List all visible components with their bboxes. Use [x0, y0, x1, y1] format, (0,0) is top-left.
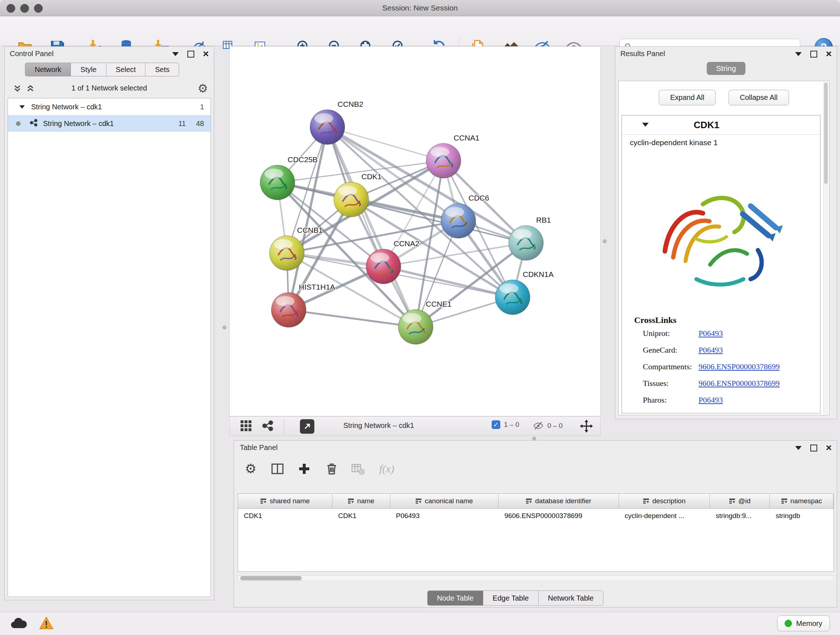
column-header-canonical-name[interactable]: canonical name	[390, 494, 499, 508]
network-node-label-CCNB2: CCNB2	[338, 100, 363, 108]
table-settings-gear-icon[interactable]: ⚙	[241, 459, 260, 478]
collection-expander-icon[interactable]	[19, 105, 25, 109]
network-node-HIST1H1A[interactable]: HIST1H1A	[271, 283, 335, 327]
memory-button[interactable]: Memory	[777, 616, 830, 631]
window-title: Session: New Session	[0, 0, 840, 16]
crosslink-label: Compartments:	[622, 362, 699, 371]
protein-name: CDK1	[622, 119, 791, 131]
delete-column-trash-icon[interactable]	[322, 459, 341, 478]
main-toolbar: ?	[0, 16, 840, 46]
network-row-selected[interactable]: String Network – cdk1 11 48	[8, 115, 210, 132]
tab-select[interactable]: Select	[106, 63, 146, 76]
protein-section: CDK1 cyclin-dependent kinase 1	[622, 115, 821, 413]
table-row[interactable]: CDK1CDK1P064939606.ENSP00000378699cyclin…	[238, 509, 834, 523]
table-cell: CDK1	[238, 509, 332, 523]
table-panel-close-icon[interactable]: ×	[824, 443, 833, 452]
control-panel-collapse-icon[interactable]	[171, 50, 180, 58]
network-canvas[interactable]: CCNB2CCNA1CDC25BCDK1CDC6RB1CCNB1CCNA2CDK…	[229, 46, 600, 416]
control-panel-float-icon[interactable]	[186, 50, 195, 58]
results-panel-float-icon[interactable]	[809, 50, 818, 58]
grid-view-icon[interactable]	[240, 420, 252, 433]
network-node-RB1[interactable]: RB1	[508, 216, 551, 260]
node-table: shared namenamecanonical namedatabase id…	[238, 494, 834, 572]
tab-network[interactable]: Network	[25, 63, 71, 76]
table-horizontal-scrollbar[interactable]	[238, 575, 834, 581]
crosslink-link[interactable]: P06493	[699, 345, 723, 355]
column-header-namespac[interactable]: namespac	[770, 494, 834, 508]
right-splitter-handle[interactable]	[603, 239, 607, 243]
collapse-all-button[interactable]: Collapse All	[729, 90, 789, 105]
collection-label: String Network – cdk1	[31, 103, 102, 111]
network-toolbar-separator	[284, 419, 284, 434]
results-scrollbar[interactable]	[823, 82, 829, 414]
network-node-CDK1[interactable]: CDK1	[334, 172, 382, 217]
add-column-icon[interactable]	[295, 459, 314, 478]
expand-all-button[interactable]: Expand All	[659, 90, 715, 105]
column-header-shared-name[interactable]: shared name	[238, 494, 332, 508]
crosslink-link[interactable]: 9606.ENSP00000378699	[699, 379, 780, 388]
network-node-CDKN1A[interactable]: CDKN1A	[495, 270, 554, 315]
results-panel-close-icon[interactable]: ×	[824, 50, 833, 58]
table-panel-float-icon[interactable]	[809, 443, 818, 452]
string-results-body: Expand All Collapse All CDK1 cyclin-depe…	[618, 81, 829, 415]
control-panel-tabs: NetworkStyleSelectSets	[25, 63, 179, 76]
column-header-database-identifier[interactable]: database identifier	[499, 494, 619, 508]
table-header-row: shared namenamecanonical namedatabase id…	[238, 494, 834, 509]
bottom-splitter-handle[interactable]	[532, 437, 536, 440]
table-panel: Table Panel × ⚙ f(x) shared namenamecano…	[234, 440, 837, 608]
table-cell: stringdb:9...	[710, 509, 770, 523]
network-node-label-CDC6: CDC6	[469, 194, 489, 202]
delete-table-icon	[348, 459, 367, 478]
open-in-new-window-icon[interactable]	[300, 419, 314, 434]
network-node-CDC25B[interactable]: CDC25B	[260, 155, 317, 200]
network-node-label-CCNE1: CCNE1	[426, 300, 452, 308]
crosslink-label: Pharos:	[622, 395, 699, 405]
tab-style[interactable]: Style	[71, 63, 106, 76]
network-edge-CCNB2-CCNE1[interactable]	[327, 127, 416, 327]
network-selection-status: 1 of 1 Network selected	[5, 84, 214, 92]
protein-description: cyclin-dependent kinase 1	[622, 135, 820, 150]
cloud-icon[interactable]	[9, 617, 27, 631]
tab-node-table[interactable]: Node Table	[427, 591, 483, 606]
crosslink-link[interactable]: P06493	[699, 329, 723, 338]
show-columns-icon[interactable]	[268, 459, 287, 478]
pan-crosshair-icon[interactable]	[579, 419, 594, 435]
network-node-label-CCNB1: CCNB1	[297, 226, 323, 234]
table-tabs: Node TableEdge TableNetwork Table	[427, 591, 603, 606]
results-panel-collapse-icon[interactable]	[794, 50, 803, 58]
warning-icon[interactable]	[39, 616, 54, 631]
network-node-CCNB2[interactable]: CCNB2	[310, 100, 363, 144]
tab-edge-table[interactable]: Edge Table	[483, 591, 538, 606]
crosslink-label: Uniprot:	[622, 329, 699, 338]
network-collection-row[interactable]: String Network – cdk1 1	[8, 98, 210, 115]
table-cell: P06493	[390, 509, 499, 523]
table-panel-title: Table Panel	[240, 443, 278, 452]
crosslink-link[interactable]: 9606.ENSP00000378699	[699, 362, 780, 371]
tab-network-table[interactable]: Network Table	[538, 591, 603, 606]
crosslink-row: Compartments:9606.ENSP00000378699	[622, 358, 820, 375]
network-node-CCNA1[interactable]: CCNA1	[426, 134, 479, 178]
table-panel-collapse-icon[interactable]	[794, 443, 803, 452]
hidden-items-count: 0 – 0	[547, 422, 562, 430]
network-options-gear-icon[interactable]: ⚙	[197, 81, 208, 95]
table-cell: cyclin-dependent ...	[619, 509, 710, 523]
tab-string[interactable]: String	[707, 62, 745, 75]
column-header--id[interactable]: @id	[710, 494, 770, 508]
network-view-title: String Network – cdk1	[343, 421, 414, 430]
selected-nodes-checkbox-icon[interactable]: ✓	[492, 420, 500, 429]
column-header-description[interactable]: description	[619, 494, 710, 508]
crosslink-label: GeneCard:	[622, 345, 699, 355]
tab-sets[interactable]: Sets	[145, 63, 179, 76]
network-tree: String Network – cdk1 1 String Network –…	[8, 98, 211, 597]
network-share-icon	[29, 119, 38, 129]
network-node-label-CCNA1: CCNA1	[454, 134, 479, 142]
crosslink-link[interactable]: P06493	[699, 395, 723, 405]
column-header-name[interactable]: name	[332, 494, 390, 508]
network-edge-HIST1H1A-CCNE1[interactable]	[289, 310, 416, 327]
crosslink-row: Uniprot:P06493	[622, 325, 820, 342]
table-toolbar: ⚙ f(x)	[234, 457, 837, 480]
control-panel-close-icon[interactable]: ×	[202, 50, 210, 58]
table-cell: CDK1	[332, 509, 390, 523]
left-splitter-handle[interactable]	[223, 325, 226, 329]
network-share-view-icon[interactable]	[262, 420, 274, 433]
